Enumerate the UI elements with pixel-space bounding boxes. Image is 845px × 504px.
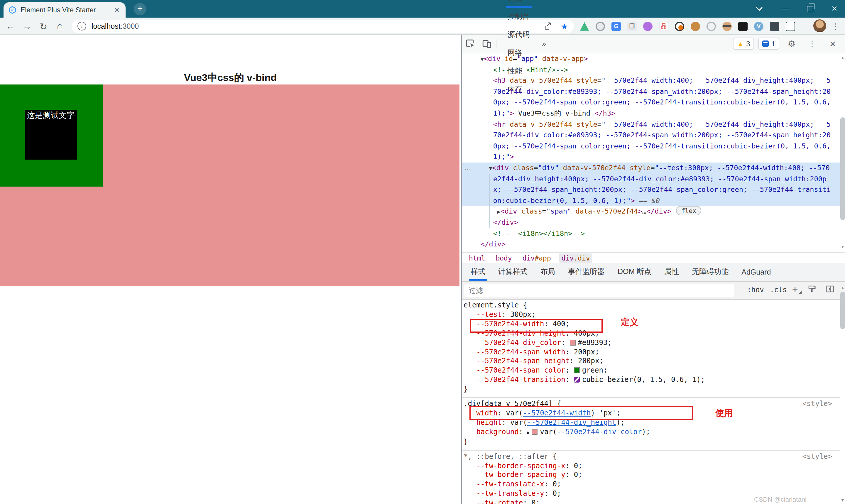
sidebar-toggle-icon[interactable] xyxy=(826,285,834,295)
back-button[interactable]: ← xyxy=(3,19,18,33)
styles-tab-4[interactable]: 事件监听器 xyxy=(561,263,611,281)
window-close-button[interactable]: × xyxy=(823,0,845,18)
styles-scroll-down-icon[interactable]: ▼ xyxy=(840,498,845,502)
dom-tree-row[interactable]: on:cubic-bezier(0, 1.5, 0.6, 1);"> == $0 xyxy=(462,195,845,206)
flex-badge[interactable]: flex xyxy=(676,206,702,216)
styles-tab-2[interactable]: 计算样式 xyxy=(492,263,534,281)
devtools-tab-1[interactable]: 元素 xyxy=(500,0,537,7)
dom-scroll-up-icon[interactable]: ▲ xyxy=(840,56,845,60)
style-rule[interactable]: <style>.div[data-v-570e2f44] { width: va… xyxy=(462,398,840,450)
styles-tab-8[interactable]: AdGuard xyxy=(735,263,777,281)
inspect-element-icon[interactable] xyxy=(462,36,478,51)
devtools-menu-icon[interactable]: ⋮ xyxy=(804,36,820,51)
dom-tree-row[interactable]: <!-- <i18n></i18n>--> xyxy=(462,228,845,239)
puzzle-extension-icon[interactable] xyxy=(770,22,779,31)
tab-close-icon[interactable]: × xyxy=(113,6,121,14)
address-bar[interactable]: i localhost:3000 ★ xyxy=(72,20,574,33)
styles-scrollbar-thumb[interactable] xyxy=(840,292,845,329)
style-declaration[interactable]: --570e2f44-span_color: green; xyxy=(464,366,840,376)
breadcrumb-item[interactable]: body xyxy=(493,253,514,263)
frame-extension-icon[interactable] xyxy=(786,22,795,31)
color-swatch-pink[interactable] xyxy=(532,429,538,435)
dom-tree-row[interactable]: 1);"> xyxy=(462,152,845,163)
device-toolbar-icon[interactable] xyxy=(478,36,495,51)
style-declaration[interactable]: } xyxy=(464,437,840,447)
url-text[interactable]: localhost:3000 xyxy=(92,22,544,30)
breadcrumb-item[interactable]: div.div xyxy=(559,253,592,263)
style-declaration[interactable]: --570e2f44-div_color: #e89393; xyxy=(464,338,840,348)
issues-badge[interactable]: 1 xyxy=(758,38,779,50)
code-segment-link[interactable]: --570e2f44-div_color xyxy=(557,428,642,436)
dom-tree-row[interactable]: 1);"> Vue3中css的 v-bind </h3> xyxy=(462,108,845,119)
dom-tree-row[interactable]: ▼<div class="div" data-v-570e2f44 style=… xyxy=(462,163,845,174)
purple-extension-icon[interactable] xyxy=(643,22,652,31)
style-declaration[interactable]: --570e2f44-span_width: 200px; xyxy=(464,348,840,357)
cookie-extension-icon[interactable] xyxy=(691,22,700,31)
style-source-link[interactable]: <style> xyxy=(803,452,832,462)
dom-tree-row[interactable]: <!-- <Hint/>--> xyxy=(462,64,845,75)
style-declaration[interactable]: --570e2f44-transition: cubic-bezier(0, 1… xyxy=(464,376,840,385)
profile-avatar[interactable] xyxy=(813,19,826,32)
dom-tree-row[interactable]: x; --570e2f44-span_height:200px; --570e2… xyxy=(462,184,845,195)
reload-button[interactable]: ↻ xyxy=(36,19,51,33)
dom-tree-row[interactable]: 0px; --570e2f44-span_color:green; --570e… xyxy=(462,97,845,108)
sitemap-extension-icon[interactable]: 品 xyxy=(659,22,668,31)
dom-tree-row[interactable]: e2f44-div_height:400px; --570e2f44-div_c… xyxy=(462,174,845,184)
bookmark-star-icon[interactable]: ★ xyxy=(561,21,568,31)
orbit-extension-icon[interactable] xyxy=(706,22,716,31)
styles-tab-5[interactable]: DOM 断点 xyxy=(611,263,658,281)
devtools-tab-3[interactable]: 源代码 xyxy=(500,25,537,44)
toggle-hover-state-button[interactable]: :hov xyxy=(747,286,764,294)
dom-tree-row[interactable]: 70e2f44-div_color:#e89393; --570e2f44-sp… xyxy=(462,86,845,97)
home-button[interactable]: ⌂ xyxy=(53,19,67,33)
warnings-badge[interactable]: ▲3 xyxy=(733,38,754,50)
dom-scrollbar-thumb[interactable] xyxy=(840,118,845,220)
google-translate-icon[interactable]: G xyxy=(611,22,621,31)
breadcrumb-item[interactable]: div#app xyxy=(520,253,553,263)
styles-tab-1[interactable]: 样式 xyxy=(464,263,492,281)
window-restore-button[interactable] xyxy=(798,0,822,18)
avatar-face-extension-icon[interactable] xyxy=(722,22,732,31)
style-declaration[interactable]: element.style { xyxy=(464,301,840,310)
styles-tab-3[interactable]: 布局 xyxy=(534,263,561,281)
style-declaration[interactable]: --tw-border-spacing-x: 0; xyxy=(464,462,840,471)
style-source-link[interactable]: <style> xyxy=(803,399,832,409)
new-tab-button[interactable]: + xyxy=(134,3,146,15)
dom-tree-row[interactable]: <hr data-v-570e2f44 style="--570e2f44-wi… xyxy=(462,119,845,130)
dom-row-options-icon[interactable]: … xyxy=(464,164,472,172)
toggle-class-button[interactable]: .cls xyxy=(770,286,787,294)
style-declaration[interactable]: background: ▶var(--570e2f44-div_color); xyxy=(464,428,840,438)
devtools-close-icon[interactable]: × xyxy=(825,36,841,51)
dom-tree-row[interactable]: 70e2f44-div_color:#e89393; --570e2f44-sp… xyxy=(462,130,845,141)
dom-tree-row[interactable]: ▼<div id="app" data-v-app> xyxy=(462,53,845,64)
clipboard-pages-icon[interactable]: ❐ xyxy=(627,22,637,31)
styles-tab-6[interactable]: 属性 xyxy=(658,263,685,281)
color-swatch-pink[interactable] xyxy=(570,339,575,345)
style-declaration[interactable]: } xyxy=(464,385,840,394)
devtools-tab-2[interactable]: 控制台 xyxy=(500,7,537,25)
styles-tab-7[interactable]: 无障碍功能 xyxy=(685,263,735,281)
style-declaration[interactable]: --test: 300px; xyxy=(464,310,840,320)
dom-tree-row[interactable]: <script type="module" src="/src/main.ts?… xyxy=(462,250,845,252)
dom-tree-row[interactable]: 0px; --570e2f44-span_color:green; --570e… xyxy=(462,141,845,152)
rendering-brush-icon[interactable] xyxy=(807,285,816,295)
site-info-icon[interactable]: i xyxy=(77,22,86,31)
styles-filter-input[interactable] xyxy=(464,284,734,297)
black-cube-extension-icon[interactable] xyxy=(738,22,748,31)
dom-tree-row[interactable]: </div> xyxy=(462,217,845,228)
styles-scroll-up-icon[interactable]: ▲ xyxy=(840,286,845,290)
recorder-extension-icon[interactable] xyxy=(675,22,684,31)
share-icon[interactable] xyxy=(544,22,553,31)
dom-scroll-down-icon[interactable]: ▼ xyxy=(840,245,845,249)
react-devtools-icon[interactable] xyxy=(596,22,605,31)
style-declaration[interactable]: --570e2f44-span_height: 200px; xyxy=(464,357,840,366)
dom-tree-row[interactable]: <h3 data-v-570e2f44 style="--570e2f44-wi… xyxy=(462,75,845,86)
window-minimize-button[interactable] xyxy=(773,0,797,18)
more-tabs-icon[interactable]: » xyxy=(537,35,551,53)
style-declaration[interactable]: --tw-border-spacing-y: 0; xyxy=(464,471,840,480)
breadcrumb-item[interactable]: html xyxy=(467,253,487,263)
style-declaration[interactable]: *, ::before, ::after { xyxy=(464,452,840,462)
style-declaration[interactable]: --tw-translate-x: 0; xyxy=(464,480,840,490)
vue-devtools-icon[interactable] xyxy=(580,22,589,31)
dom-tree-row[interactable]: </div> xyxy=(462,239,845,250)
